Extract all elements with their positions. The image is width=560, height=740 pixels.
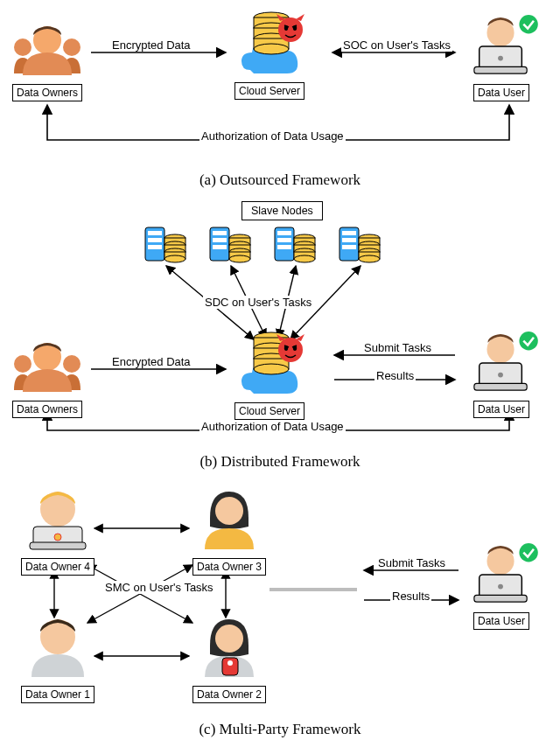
caption-b: (b) Distributed Framework — [0, 453, 560, 471]
svg-line-52 — [88, 565, 192, 623]
data-user-entity: Data User — [462, 332, 541, 418]
data-user-icon — [462, 332, 541, 394]
data-user-label: Data User — [473, 401, 529, 418]
person-icon — [26, 616, 89, 679]
edge-submit-tasks: Submit Tasks — [376, 556, 447, 569]
data-owner-3-entity: Data Owner 3 — [192, 488, 266, 576]
cloud-server-entity: Cloud Server — [234, 12, 304, 100]
section-outsourced: Data Owners Cloud Server Data User Encry… — [0, 0, 560, 201]
edge-results: Results — [374, 369, 416, 382]
cloud-server-entity: Cloud Server — [234, 332, 304, 420]
cloud-server-icon — [234, 332, 304, 395]
section-distributed: Slave Nodes Data Owners Cloud Server Dat… — [0, 201, 560, 472]
server-rack-icon — [275, 224, 317, 266]
data-owner-4-label: Data Owner 4 — [21, 558, 94, 576]
section-multiparty: Data Owner 4 Data Owner 3 Data Owner 1 D… — [0, 472, 560, 740]
edge-smc: SMC on User's Tasks — [103, 581, 215, 594]
data-owners-label: Data Owners — [12, 84, 82, 101]
data-owner-3-label: Data Owner 3 — [192, 558, 266, 576]
edge-sdc: SDC on User's Tasks — [203, 296, 313, 309]
person-watch-icon — [198, 616, 261, 679]
edge-encrypted-data: Encrypted Data — [110, 38, 192, 52]
caption-a: (a) Outsourced Framework — [0, 171, 560, 189]
data-user-entity: Data User — [462, 544, 541, 630]
server-rack-icon — [210, 224, 252, 266]
person-icon — [198, 488, 261, 551]
data-owners-label: Data Owners — [12, 401, 82, 418]
edge-encrypted-data: Encrypted Data — [110, 355, 192, 368]
slave-node-4 — [340, 224, 382, 269]
data-user-entity: Data User — [462, 16, 541, 101]
data-user-label: Data User — [473, 612, 529, 630]
edge-soc: SOC on User's Tasks — [341, 38, 452, 52]
data-owners-entity: Data Owners — [12, 21, 82, 101]
caption-c: (c) Multi-Party Framework — [0, 721, 560, 738]
data-owners-entity: Data Owners — [12, 338, 82, 418]
cloud-server-label: Cloud Server — [234, 82, 304, 100]
slave-node-3 — [275, 224, 317, 269]
edge-results: Results — [390, 590, 431, 603]
slave-node-2 — [210, 224, 252, 269]
data-owners-icon — [12, 338, 82, 394]
cloud-server-label: Cloud Server — [234, 402, 304, 420]
person-laptop-icon — [26, 488, 89, 551]
data-user-icon — [462, 544, 541, 605]
data-user-label: Data User — [473, 84, 529, 101]
data-owner-2-entity: Data Owner 2 — [192, 616, 266, 703]
svg-line-51 — [88, 565, 192, 623]
slave-nodes-label: Slave Nodes — [242, 201, 323, 220]
edge-submit-tasks: Submit Tasks — [362, 341, 433, 354]
data-owner-2-label: Data Owner 2 — [192, 686, 266, 703]
cloud-server-icon — [234, 12, 304, 75]
slave-node-1 — [145, 224, 187, 269]
data-owners-icon — [12, 21, 82, 77]
edge-authorization: Authorization of Data Usage — [200, 420, 346, 433]
data-owner-4-entity: Data Owner 4 — [21, 488, 94, 576]
data-owner-1-entity: Data Owner 1 — [21, 616, 94, 703]
data-user-icon — [462, 16, 541, 77]
server-rack-icon — [145, 224, 187, 266]
data-owner-1-label: Data Owner 1 — [21, 686, 94, 703]
edge-authorization: Authorization of Data Usage — [200, 129, 346, 143]
server-rack-icon — [340, 224, 382, 266]
